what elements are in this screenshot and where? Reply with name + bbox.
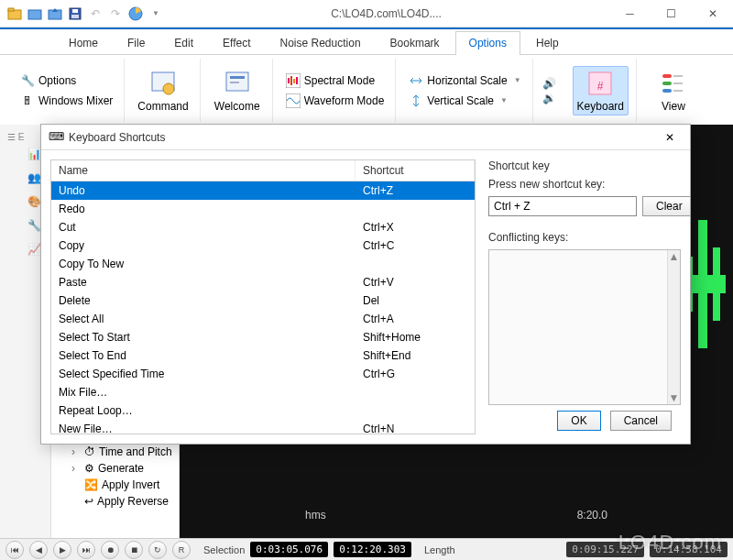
list-row[interactable]: UndoCtrl+Z bbox=[51, 181, 475, 200]
tab-effect[interactable]: Effect bbox=[209, 31, 264, 54]
horizontal-scale-button[interactable]: Horizontal Scale▼ bbox=[405, 71, 524, 90]
vscale-icon bbox=[409, 93, 423, 108]
svg-rect-20 bbox=[296, 77, 298, 84]
row-name: Copy bbox=[51, 236, 356, 255]
list-row[interactable]: Redo bbox=[51, 200, 475, 218]
tab-home[interactable]: Home bbox=[55, 31, 112, 54]
spectral-mode-button[interactable]: Spectral Mode bbox=[282, 71, 388, 90]
row-name: Copy To New bbox=[51, 255, 356, 273]
row-shortcut bbox=[356, 200, 475, 218]
transport-play-button[interactable]: ▶ bbox=[53, 541, 71, 559]
tab-file[interactable]: File bbox=[114, 31, 159, 54]
close-button[interactable]: ✕ bbox=[692, 0, 733, 27]
length-label: Length bbox=[424, 544, 455, 555]
svg-rect-2 bbox=[28, 10, 41, 19]
tree-item[interactable]: ›⚙ Generate bbox=[51, 460, 179, 477]
ribbon-group-view: View bbox=[639, 59, 708, 122]
selection-label: Selection bbox=[203, 544, 245, 555]
dialog-title: Keyboard Shortcuts bbox=[69, 131, 657, 144]
dialog-titlebar[interactable]: ⌨ Keyboard Shortcuts ✕ bbox=[41, 125, 690, 150]
svg-rect-24 bbox=[662, 74, 672, 78]
qat-help-icon[interactable] bbox=[128, 6, 143, 21]
status-bar: ⏮ ◀ ▶ ⏭ ⏺ ⏹ ↻ R Selection 0:03:05.076 0:… bbox=[0, 538, 733, 560]
maximize-button[interactable]: ☐ bbox=[651, 0, 692, 27]
list-row[interactable]: Select To StartShift+Home bbox=[51, 328, 475, 346]
keyboard-label: Keyboard bbox=[577, 100, 624, 113]
cancel-button[interactable]: Cancel bbox=[610, 411, 672, 431]
mixer-icon: 🎚 bbox=[20, 93, 35, 108]
transport-first-button[interactable]: ⏮ bbox=[5, 541, 24, 559]
qat-open-icon[interactable] bbox=[7, 6, 22, 21]
shortcut-key-heading: Shortcut key bbox=[488, 159, 681, 172]
qat-import-icon[interactable] bbox=[48, 6, 62, 21]
ribbon-group-speaker-icons: 🔊 🔉 bbox=[535, 59, 563, 122]
timeline-unit: hms bbox=[305, 509, 326, 522]
dropdown-icon: ▼ bbox=[500, 96, 508, 104]
qat-save-icon[interactable] bbox=[68, 6, 82, 21]
list-row[interactable]: CopyCtrl+C bbox=[51, 236, 475, 255]
speaker-remove-icon[interactable]: 🔉 bbox=[542, 92, 556, 104]
transport-loop-button[interactable]: ↻ bbox=[148, 541, 167, 559]
list-row[interactable]: Repeat Loop… bbox=[51, 401, 475, 420]
shortcut-input[interactable] bbox=[488, 196, 637, 216]
options-button[interactable]: 🔧Options bbox=[16, 71, 116, 90]
ribbon-group-settings: 🔧Options 🎚Windows Mixer bbox=[9, 59, 125, 122]
clear-button[interactable]: Clear bbox=[642, 196, 690, 216]
keyboard-button[interactable]: # Keyboard bbox=[573, 66, 629, 115]
tab-options[interactable]: Options bbox=[455, 31, 520, 54]
transport-last-button[interactable]: ⏺ bbox=[101, 541, 119, 559]
view-button[interactable]: View bbox=[646, 67, 701, 115]
minimize-button[interactable]: ─ bbox=[609, 0, 651, 27]
spectral-icon bbox=[286, 73, 301, 88]
svg-rect-39 bbox=[713, 247, 720, 321]
list-row[interactable]: Mix File… bbox=[51, 383, 475, 401]
list-row[interactable]: Select Specified TimeCtrl+G bbox=[51, 365, 475, 383]
welcome-button[interactable]: Welcome bbox=[210, 67, 265, 115]
qat-open2-icon[interactable] bbox=[27, 6, 42, 21]
svg-point-12 bbox=[163, 83, 174, 94]
shortcuts-list[interactable]: Name Shortcut UndoCtrl+ZRedoCutCtrl+XCop… bbox=[50, 159, 476, 434]
qat-dropdown-icon[interactable]: ▼ bbox=[148, 6, 163, 21]
list-row[interactable]: PasteCtrl+V bbox=[51, 273, 475, 291]
list-row[interactable]: CutCtrl+X bbox=[51, 218, 475, 236]
dialog-close-button[interactable]: ✕ bbox=[657, 127, 683, 148]
command-button[interactable]: Command bbox=[134, 67, 191, 115]
tree-item[interactable]: 🔀 Apply Invert bbox=[51, 477, 179, 493]
qat-redo-icon[interactable]: ↷ bbox=[108, 6, 123, 21]
tree-label: Apply Reverse bbox=[97, 495, 169, 508]
col-name-header[interactable]: Name bbox=[51, 160, 356, 181]
ribbon-group-scale: Horizontal Scale▼ Vertical Scale▼ bbox=[398, 59, 532, 122]
list-row[interactable]: Select AllCtrl+A bbox=[51, 310, 475, 328]
vertical-scale-button[interactable]: Vertical Scale▼ bbox=[405, 92, 524, 110]
tab-edit[interactable]: Edit bbox=[160, 31, 207, 54]
length-value: 0:12:20.303 bbox=[334, 542, 411, 557]
qat-undo-icon[interactable]: ↶ bbox=[88, 6, 103, 21]
col-shortcut-header[interactable]: Shortcut bbox=[356, 160, 475, 181]
welcome-label: Welcome bbox=[214, 100, 260, 113]
ok-button[interactable]: OK bbox=[557, 411, 600, 431]
waveform-mode-button[interactable]: Waveform Mode bbox=[282, 92, 388, 110]
timeline-tick: 8:20.0 bbox=[577, 509, 607, 522]
scrollbar[interactable]: ▲▼ bbox=[667, 250, 680, 404]
tab-bookmark[interactable]: Bookmark bbox=[377, 31, 454, 54]
list-row[interactable]: Copy To New bbox=[51, 255, 475, 273]
windows-mixer-button[interactable]: 🎚Windows Mixer bbox=[16, 92, 116, 110]
speaker-add-icon[interactable]: 🔊 bbox=[542, 77, 556, 90]
row-name: Select Specified Time bbox=[51, 365, 356, 383]
tab-noise-reduction[interactable]: Noise Reduction bbox=[267, 31, 375, 54]
row-shortcut: Shift+Home bbox=[356, 328, 475, 346]
row-shortcut: Ctrl+X bbox=[356, 218, 475, 236]
transport-stop-button[interactable]: ⏹ bbox=[125, 541, 143, 559]
conflicting-list[interactable]: ▲▼ bbox=[488, 249, 681, 405]
tree-item[interactable]: ↩ Apply Reverse bbox=[51, 493, 179, 510]
tree-item[interactable]: ›⏱ Time and Pitch bbox=[51, 444, 179, 460]
transport-record-button[interactable]: R bbox=[172, 541, 191, 559]
welcome-icon bbox=[223, 69, 252, 98]
transport-rew-button[interactable]: ◀ bbox=[29, 541, 48, 559]
list-row[interactable]: New File…Ctrl+N bbox=[51, 420, 475, 434]
list-row[interactable]: DeleteDel bbox=[51, 291, 475, 310]
list-row[interactable]: Select To EndShift+End bbox=[51, 346, 475, 365]
tab-help[interactable]: Help bbox=[522, 31, 573, 54]
transport-fwd-button[interactable]: ⏭ bbox=[77, 541, 95, 559]
list-header: Name Shortcut bbox=[51, 160, 475, 181]
